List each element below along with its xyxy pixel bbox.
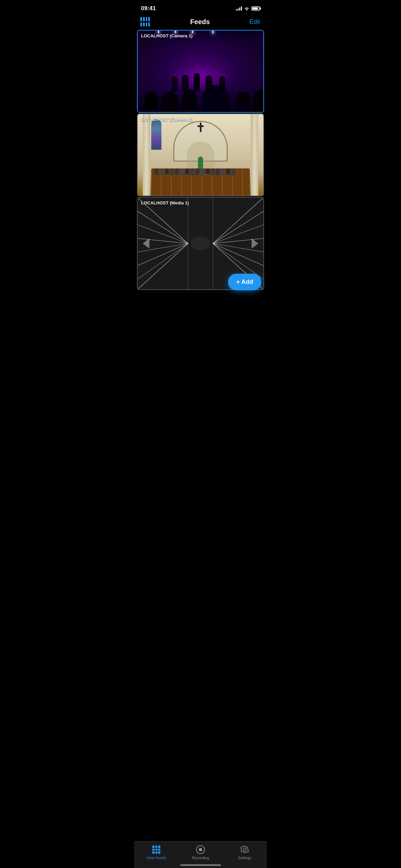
wifi-icon <box>244 6 249 11</box>
feed-label-camera1: LOCALHOST (Camera 1) <box>141 33 193 38</box>
camera2-preview <box>138 114 263 196</box>
camera1-preview <box>138 31 263 112</box>
feeds-list: LOCALHOST (Camera 1) <box>134 30 267 290</box>
feed-camera2[interactable]: LOCALHOST (Camera 2) <box>137 113 264 196</box>
status-icons <box>236 6 260 11</box>
status-time: 09:41 <box>141 5 156 12</box>
signal-icon <box>236 6 242 11</box>
svg-point-22 <box>190 237 210 250</box>
page-title: Feeds <box>190 18 210 26</box>
feed-label-camera2: LOCALHOST (Camera 2) <box>141 117 193 122</box>
battery-icon <box>251 6 260 11</box>
feed-label-media1: LOCALHOST (Media 1) <box>141 200 189 205</box>
add-button[interactable]: + Add <box>228 274 261 290</box>
add-button-container: + Add <box>134 270 267 294</box>
status-bar: 09:41 <box>134 0 267 15</box>
grid-icon[interactable] <box>140 16 151 27</box>
feed-camera1[interactable]: LOCALHOST (Camera 1) <box>137 30 264 113</box>
edit-button[interactable]: Edit <box>249 18 260 25</box>
svg-point-0 <box>246 10 247 11</box>
nav-bar: Feeds Edit <box>134 15 267 30</box>
